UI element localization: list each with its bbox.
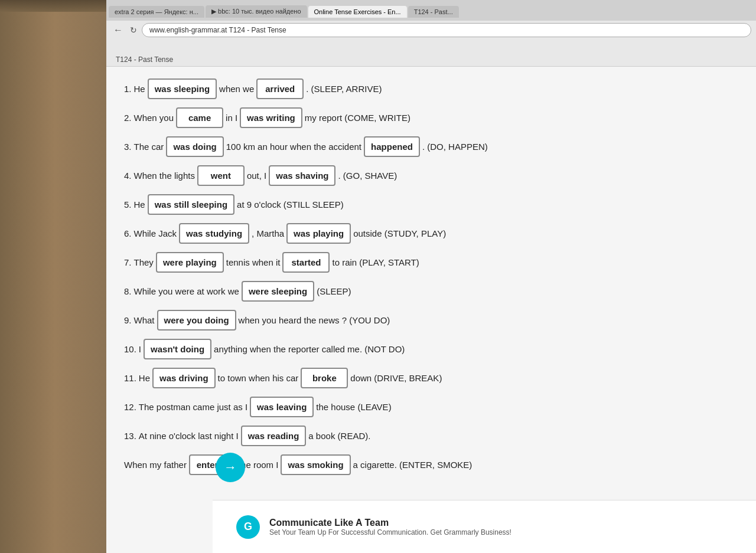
exercise-number-8: 8. <box>124 283 132 299</box>
exercise-line-11: 11.Hewas drivingto town when his carbrok… <box>124 368 738 388</box>
answer-box-10-3[interactable]: broke <box>301 368 348 388</box>
exercise-number-3: 3. <box>124 139 132 155</box>
text-13-4: a cigarette. (ENTER, SMOKE) <box>353 457 472 473</box>
text-0-4: . (SLEEP, ARRIVE) <box>306 81 382 97</box>
answer-box-4-1[interactable]: was still sleeping <box>148 194 234 215</box>
grammarly-title: Communicate Like A Team <box>269 518 511 528</box>
text-9-0: I <box>139 341 141 357</box>
text-6-2: tennis when it <box>226 254 281 270</box>
text-0-2: when we <box>219 81 254 97</box>
exercise-line-10: 10.Iwasn't doinganything when the report… <box>124 339 738 359</box>
refresh-button[interactable]: ↻ <box>130 25 137 35</box>
page-area: T124 - Past Tense 1.Hewas sleepingwhen w… <box>106 53 756 553</box>
answer-box-1-3[interactable]: was writing <box>240 107 302 128</box>
text-4-0: He <box>134 197 145 212</box>
tab-2[interactable]: ▶ bbc: 10 тыс. видео найдено <box>206 5 307 18</box>
nav-arrow-button[interactable]: → <box>216 453 245 482</box>
answer-box-6-3[interactable]: started <box>282 252 330 273</box>
text-8-2: when you heard the news ? (YOU DO) <box>239 312 390 328</box>
text-7-0: While you were at work we <box>134 283 239 299</box>
url-bar[interactable]: www.english-grammar.at T124 - Past Tense <box>142 23 751 37</box>
exercise-line-2: 2.When youcamein Iwas writingmy report (… <box>124 107 738 128</box>
answer-box-5-3[interactable]: was playing <box>286 223 351 244</box>
exercise-number-5: 5. <box>124 197 132 212</box>
text-1-0: When you <box>134 110 174 126</box>
exercise-line-9: 9.Whatwere you doingwhen you heard the n… <box>124 310 738 331</box>
exercise-line-13: 13.At nine o'clock last night Iwas readi… <box>124 426 738 446</box>
text-2-4: . (DO, HAPPEN) <box>422 139 488 155</box>
arrow-icon: → <box>224 460 237 475</box>
desk-left <box>0 0 109 553</box>
answer-box-11-1[interactable]: was leaving <box>250 397 314 417</box>
text-3-2: out, I <box>247 168 266 184</box>
grammarly-text: Communicate Like A Team Set Your Team Up… <box>269 518 511 536</box>
text-1-2: in I <box>226 110 237 126</box>
text-1-4: my report (COME, WRITE) <box>305 110 410 126</box>
answer-box-0-1[interactable]: was sleeping <box>148 78 217 99</box>
exercise-number-4: 4. <box>124 168 132 184</box>
exercise-number-9: 9. <box>124 312 132 328</box>
text-3-0: When the lights <box>134 168 195 184</box>
text-11-2: the house (LEAVE) <box>316 399 391 415</box>
exercise-line-3: 3.The carwas doing100 km an hour when th… <box>124 136 738 157</box>
answer-box-10-1[interactable]: was driving <box>152 368 216 388</box>
tab-4[interactable]: T124 - Past... <box>408 6 459 18</box>
answer-box-9-1[interactable]: wasn't doing <box>144 339 211 359</box>
exercise-line-12: 12.The postman came just as Iwas leaving… <box>124 397 738 417</box>
exercise-line-6: 6.While Jackwas studying, Marthawas play… <box>124 223 738 244</box>
browser-chrome: extra 2 серия — Яндекс: н... ▶ bbc: 10 т… <box>106 0 756 53</box>
text-11-0: The postman came just as I <box>139 399 247 415</box>
answer-box-12-1[interactable]: was reading <box>241 426 307 446</box>
text-5-2: , Martha <box>252 225 284 241</box>
answer-box-3-1[interactable]: went <box>197 165 245 186</box>
answer-box-0-3[interactable]: arrived <box>256 78 304 99</box>
exercise-number-2: 2. <box>124 110 132 126</box>
text-5-0: While Jack <box>134 225 177 241</box>
page-content: 1.Hewas sleepingwhen wearrived. (SLEEP, … <box>106 67 756 495</box>
page-title-bar: T124 - Past Tense <box>106 53 756 67</box>
answer-box-1-1[interactable]: came <box>176 107 223 128</box>
text-4-2: at 9 o'clock (STILL SLEEP) <box>237 197 344 212</box>
answer-box-7-1[interactable]: were sleeping <box>242 281 314 302</box>
tab-1[interactable]: extra 2 серия — Яндекс: н... <box>109 6 204 18</box>
text-8-0: What <box>134 312 155 328</box>
text-3-4: . (GO, SHAVE) <box>338 168 397 184</box>
text-12-0: At nine o'clock last night I <box>139 428 239 444</box>
tab-bar: extra 2 серия — Яндекс: н... ▶ bbc: 10 т… <box>106 0 756 21</box>
exercise-number-7: 7. <box>124 254 132 270</box>
answer-box-6-1[interactable]: were playing <box>156 252 224 273</box>
grammarly-banner: G Communicate Like A Team Set Your Team … <box>213 500 756 553</box>
exercise-line-8: 8.While you were at work wewere sleeping… <box>124 281 738 302</box>
exercise-number-12: 12. <box>124 399 136 415</box>
text-2-0: The car <box>134 139 164 155</box>
text-2-2: 100 km an hour when the accident <box>226 139 361 155</box>
text-9-2: anything when the reporter called me. (N… <box>214 341 405 357</box>
grammarly-subtitle: Set Your Team Up For Successful Communic… <box>269 528 511 536</box>
answer-box-2-1[interactable]: was doing <box>166 136 223 157</box>
text-10-2: to town when his car <box>218 370 299 386</box>
exercise-number-13: 13. <box>124 428 136 444</box>
tab-3-active[interactable]: Online Tense Exercises - En... <box>308 6 407 18</box>
text-5-4: outside (STUDY, PLAY) <box>353 225 446 241</box>
exercise-number-10: 10. <box>124 341 136 357</box>
text-10-4: down (DRIVE, BREAK) <box>350 370 442 386</box>
answer-box-2-3[interactable]: happened <box>364 136 420 157</box>
answer-box-3-3[interactable]: was shaving <box>269 165 335 186</box>
exercise-number-1: 1. <box>124 81 132 97</box>
text-10-0: He <box>139 370 150 386</box>
exercise-number-11: 11. <box>124 370 136 386</box>
answer-box-13-3[interactable]: was smoking <box>281 454 350 475</box>
text-7-2: (SLEEP) <box>317 283 351 299</box>
exercise-line-4: 4.When the lightswentout, Iwas shaving. … <box>124 165 738 186</box>
address-bar: ← ↻ www.english-grammar.at T124 - Past T… <box>106 21 756 40</box>
text-6-0: They <box>134 254 154 270</box>
text-12-2: a book (READ). <box>308 428 370 444</box>
exercise-line-1: 1.Hewas sleepingwhen wearrived. (SLEEP, … <box>124 78 738 99</box>
exercise-line-5: 5.Hewas still sleepingat 9 o'clock (STIL… <box>124 194 738 215</box>
text-6-4: to rain (PLAY, START) <box>332 254 419 270</box>
exercise-number-6: 6. <box>124 225 132 241</box>
answer-box-5-1[interactable]: was studying <box>179 223 249 244</box>
back-button[interactable]: ← <box>111 24 125 37</box>
answer-box-8-1[interactable]: were you doing <box>157 310 236 331</box>
exercise-line-7: 7.Theywere playingtennis when itstartedt… <box>124 252 738 273</box>
